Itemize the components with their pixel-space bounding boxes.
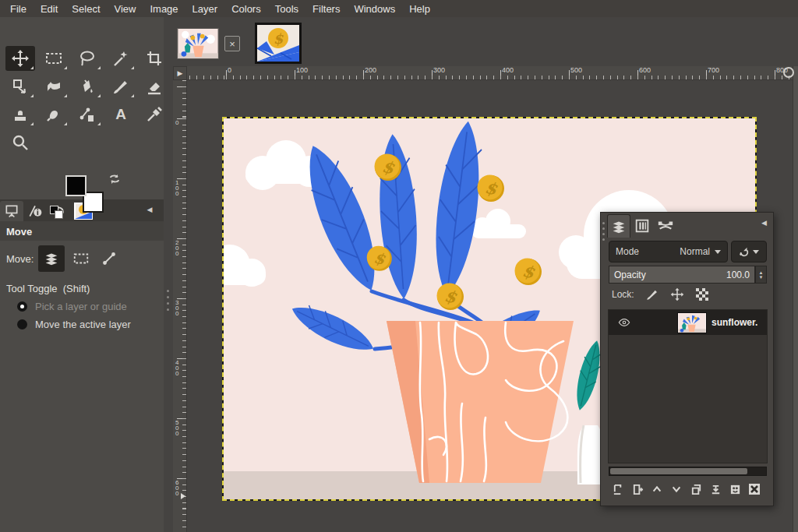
text-tool-button[interactable]: A (106, 102, 136, 127)
tool-options-title: Move (0, 221, 164, 241)
ruler-corner-button[interactable]: ▶ (173, 66, 187, 80)
scrollbar-thumb[interactable] (610, 468, 747, 474)
move-tool-button[interactable] (5, 46, 35, 71)
menu-file[interactable]: File (3, 2, 34, 16)
right-dock-edge[interactable] (793, 66, 798, 532)
zoom-follow-window-toggle[interactable] (783, 67, 794, 78)
mode-switch-button[interactable] (731, 241, 767, 262)
add-layer-mask-button[interactable] (727, 481, 743, 498)
smudge-tool-button[interactable] (39, 102, 69, 127)
move-path-button[interactable] (97, 247, 121, 270)
reset-icon (739, 246, 750, 257)
vruler-label: 400 (175, 360, 182, 376)
free-select-tool-button[interactable] (72, 46, 102, 71)
hruler-label: 300 (433, 66, 445, 74)
lock-alpha-button[interactable] (695, 287, 709, 301)
horizontal-ruler[interactable]: 0 100 200 300 400 500 600 700 800 (187, 66, 793, 80)
layers-tab[interactable] (607, 214, 630, 238)
layer-name[interactable]: sunflower. (711, 317, 757, 328)
menu-image[interactable]: Image (143, 2, 185, 16)
menu-select[interactable]: Select (65, 2, 107, 16)
spin-down-icon[interactable]: ▼ (759, 275, 764, 280)
vertical-ruler[interactable]: 0 100 200 300 400 500 600 (173, 80, 187, 532)
new-layer-group-button[interactable] (630, 481, 645, 498)
lock-pixels-button[interactable] (645, 287, 659, 301)
move-active-layer-radio[interactable] (17, 319, 27, 329)
opacity-slider[interactable]: Opacity 100.0 (609, 266, 755, 284)
dock-resize-grip[interactable] (167, 290, 169, 311)
transform-tool-button[interactable] (5, 74, 35, 99)
delete-layer-button[interactable] (747, 481, 762, 498)
menu-edit[interactable]: Edit (34, 2, 65, 16)
merge-down-button[interactable] (708, 481, 723, 498)
move-selection-button[interactable] (69, 247, 93, 270)
menu-layer[interactable]: Layer (185, 2, 225, 16)
bucket-fill-tool-button[interactable] (72, 74, 102, 99)
new-layer-button[interactable] (610, 481, 626, 498)
pick-layer-radio-label[interactable]: Pick a layer or guide (35, 301, 127, 312)
clone-tool-button[interactable] (5, 102, 35, 127)
menu-view[interactable]: View (108, 2, 143, 16)
layer-list-scrollbar[interactable] (609, 467, 767, 476)
warp-tool-button[interactable] (39, 74, 69, 99)
vruler-label: 200 (175, 240, 182, 256)
layer-visibility-toggle[interactable] (609, 316, 640, 329)
swap-colors-button[interactable] (108, 173, 121, 185)
gold-coins (367, 154, 542, 311)
toolbox-dock: A (0, 17, 164, 532)
zoom-tool-button[interactable] (5, 130, 35, 155)
plant-pot (387, 321, 574, 483)
layer-thumbnail (677, 312, 707, 333)
menu-colors[interactable]: Colors (224, 2, 268, 16)
duplicate-layer-button[interactable] (688, 481, 704, 498)
default-colors-button[interactable] (50, 206, 64, 220)
move-layer-button[interactable] (38, 245, 65, 272)
pick-layer-radio[interactable] (17, 301, 27, 312)
paintbrush-tool-button[interactable] (106, 74, 136, 99)
image-tab-coin[interactable]: $ (255, 23, 302, 64)
channels-icon (634, 217, 651, 234)
menu-windows[interactable]: Windows (347, 2, 402, 16)
pot-line-decoration (420, 322, 568, 481)
opacity-spinner[interactable]: ▲ ▼ (755, 266, 767, 284)
lock-position-button[interactable] (670, 287, 684, 301)
channels-tab[interactable] (630, 214, 654, 238)
menu-tools[interactable]: Tools (268, 2, 305, 16)
hruler-label: 500 (570, 66, 582, 74)
paths-tool-button[interactable] (72, 102, 102, 127)
foreground-color-swatch[interactable] (65, 175, 87, 196)
fuzzy-select-tool-button[interactable] (106, 46, 136, 71)
pointer-position-marker (181, 493, 185, 499)
lock-label: Lock: (612, 289, 634, 300)
menu-bar: File Edit Select View Image Layer Colors… (0, 0, 798, 17)
vruler-label: 300 (175, 300, 182, 316)
pen-info-icon (27, 203, 43, 219)
easel-icon (4, 203, 19, 219)
dock-collapse-button[interactable]: ◀ (143, 203, 156, 216)
tool-options-tab[interactable] (0, 201, 23, 221)
raise-layer-button[interactable] (649, 481, 665, 498)
layer-row-sunflower[interactable]: sunflower. (609, 310, 767, 335)
hruler-label: 400 (502, 66, 514, 74)
layer-list[interactable]: sunflower. (608, 309, 768, 463)
layer-mode-dropdown[interactable]: Mode Normal (609, 241, 728, 262)
layers-dialog-tab-bar (607, 213, 677, 238)
menu-filters[interactable]: Filters (305, 2, 347, 16)
move-mode-label: Move: (6, 253, 34, 265)
device-status-tab[interactable] (23, 201, 47, 221)
layers-dialog-grip[interactable] (602, 222, 605, 241)
move-active-layer-radio-label[interactable]: Move the active layer (35, 319, 131, 330)
corner-arrow-icon: ▶ (178, 69, 183, 77)
hruler-label: 200 (365, 66, 376, 74)
layers-dialog-buttons (610, 481, 766, 499)
lower-layer-button[interactable] (669, 481, 684, 498)
paths-tab[interactable] (654, 214, 677, 238)
close-image-button[interactable]: × (224, 36, 240, 51)
dock-separator[interactable] (164, 17, 173, 532)
menu-help[interactable]: Help (402, 2, 437, 16)
image-tab-sunflower[interactable] (177, 28, 219, 59)
vruler-label: 100 (175, 180, 182, 196)
rectangle-select-tool-button[interactable] (39, 46, 69, 71)
layers-dialog-collapse-button[interactable]: ◀ (761, 219, 767, 227)
hruler-label: 0 (228, 66, 231, 74)
